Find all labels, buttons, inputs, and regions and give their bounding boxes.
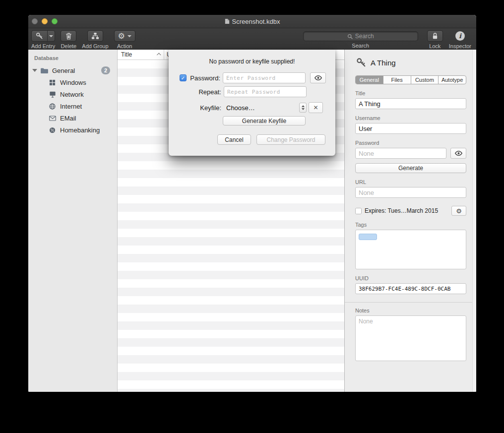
sidebar-item-general[interactable]: General 2 [28,64,117,76]
sidebar-item-internet[interactable]: Internet [28,100,117,112]
network-icon [48,91,57,98]
tag-token[interactable] [359,234,377,240]
window-title: Screenshot.kdbx [232,18,280,25]
action-label: Action [117,43,132,49]
username-label: Username [355,115,466,121]
toolbar-item-lock: Lock [427,30,443,49]
lock-icon [432,32,438,40]
delete-button[interactable] [61,30,76,42]
inspector-panel: A Thing General Files Custom Autotype Ti… [345,50,476,392]
column-header-title[interactable]: Title [118,50,164,60]
clear-keyfile-button[interactable]: ✕ [309,102,323,113]
search-placeholder: Search [355,33,374,40]
password-field[interactable] [355,148,446,159]
sheet-repeat-label: Repeat: [188,88,221,96]
eye-icon [314,75,322,81]
add-group-button[interactable] [87,30,103,42]
sheet-password-input[interactable] [223,72,306,83]
coin-icon [48,127,57,133]
add-entry-dropdown[interactable] [47,31,55,41]
sidebar-item-network[interactable]: Network [28,88,117,100]
password-label: Password [355,140,466,146]
inspector-divider [345,302,476,303]
add-entry-label: Add Entry [31,43,55,49]
tab-general[interactable]: General [356,76,383,84]
username-field[interactable] [355,123,466,134]
expires-label: Expires: Tues…March 2015 [365,207,438,214]
group-label: Internet [60,103,82,110]
expires-checkbox[interactable] [355,208,362,214]
tab-files[interactable]: Files [383,76,411,84]
chevron-down-icon [49,35,53,37]
trash-icon [65,32,72,40]
add-group-label: Add Group [82,43,108,49]
sheet-password-label: Password: [187,74,220,82]
generate-keyfile-button[interactable]: Generate Keyfile [223,116,306,125]
envelope-icon [48,116,57,121]
minimize-button[interactable] [42,18,48,24]
lock-label: Lock [429,43,441,49]
inspector-tabs: General Files Custom Autotype [355,75,466,84]
lock-button[interactable] [427,30,443,42]
group-label: Homebanking [60,126,100,134]
column-title-label: Title [121,51,132,58]
action-button[interactable]: ⚙ [114,30,135,42]
inspector-label: Inspector [449,43,471,49]
notes-label: Notes [355,308,466,313]
uuid-label: UUID [355,275,466,281]
url-field[interactable] [355,187,466,198]
popup-stepper-icon [299,103,307,113]
sheet-repeat-input[interactable] [224,86,307,97]
folder-icon [40,67,49,74]
close-icon: ✕ [313,104,318,111]
group-label: Windows [60,79,86,86]
delete-label: Delete [61,43,76,49]
tab-custom[interactable]: Custom [411,76,439,84]
traffic-lights [28,18,58,24]
search-input[interactable]: Search [303,31,418,41]
sidebar-item-windows[interactable]: Windows [28,76,117,88]
toolbar: Add Entry Delete Add Group ⚙ Act [28,28,476,50]
expires-settings-button[interactable]: ⚙ [451,206,466,216]
uuid-field[interactable] [355,283,466,294]
add-entry-button[interactable] [31,30,55,42]
sidebar-section-header: Database [28,54,117,64]
title-label: Title [355,90,466,96]
key-icon [32,31,47,41]
zoom-button[interactable] [52,18,58,24]
sheet-show-password-button[interactable] [310,72,326,83]
sheet-password-row: ✓ Password: [180,72,325,83]
tags-label: Tags [355,222,466,228]
group-label: General [52,67,75,74]
search-icon [347,34,353,39]
inspector-toggle-button[interactable]: i [455,31,465,41]
toolbar-item-add-group: Add Group [82,30,108,49]
entry-title: A Thing [371,59,396,67]
tags-field[interactable] [355,230,466,269]
sheet-keyfile-label: Keyfile: [188,104,221,112]
password-checkbox[interactable]: ✓ [180,74,187,81]
generate-password-button[interactable]: Generate [355,163,466,173]
change-password-button: Change Password [256,134,325,145]
sidebar-item-homebanking[interactable]: Homebanking [28,124,117,136]
keyfile-popup-button[interactable]: Choose… [224,103,307,113]
group-hierarchy-icon [91,32,99,40]
notes-field[interactable] [355,315,466,361]
tab-autotype[interactable]: Autotype [439,76,466,84]
title-field[interactable] [355,98,466,109]
sidebar-item-email[interactable]: EMail [28,112,117,124]
expires-row: Expires: Tues…March 2015 ⚙ [355,206,466,216]
show-password-button[interactable] [450,148,466,159]
close-button[interactable] [32,18,38,24]
check-icon: ✓ [181,75,185,81]
inspector-scrollbar[interactable] [472,50,476,392]
group-label: EMail [60,115,76,122]
password-row [355,148,466,159]
titlebar[interactable]: Screenshot.kdbx [28,15,476,28]
disclosure-triangle-icon[interactable] [32,69,37,72]
sheet-repeat-row: Repeat: [180,86,325,97]
toolbar-item-delete: Delete [61,30,76,49]
cancel-button[interactable]: Cancel [217,134,251,145]
gear-icon: ⚙ [456,208,462,214]
keyfile-popup-value: Choose… [226,104,255,112]
